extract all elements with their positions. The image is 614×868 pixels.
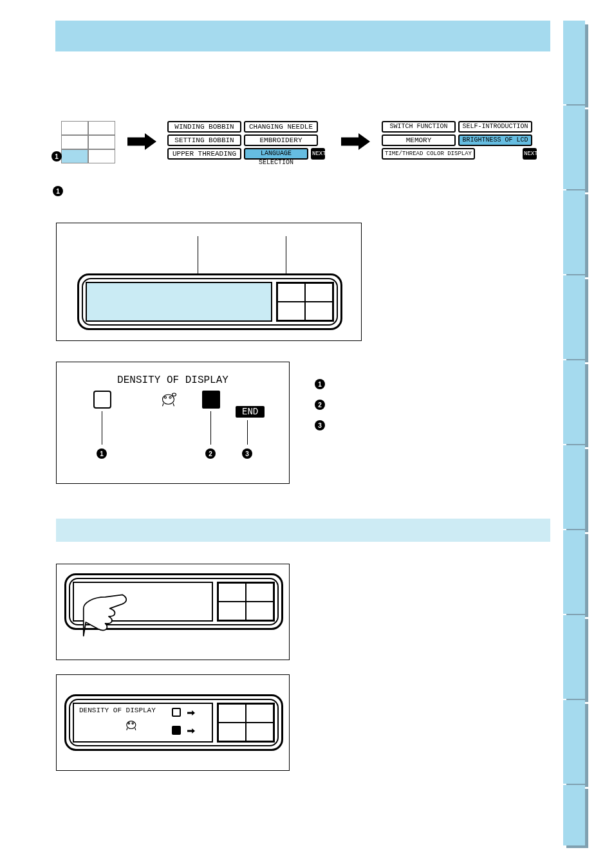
brightness-decrease-button[interactable] bbox=[172, 708, 181, 717]
leader-line bbox=[102, 411, 102, 445]
side-tab-6 bbox=[563, 445, 585, 529]
finger-icon bbox=[82, 591, 134, 636]
callout-bullet-1: 1 bbox=[97, 448, 107, 459]
brightness-increase-button[interactable] bbox=[202, 391, 220, 409]
side-tab-3 bbox=[563, 190, 585, 274]
lcd-device bbox=[77, 273, 342, 330]
figure-panel-1 bbox=[56, 223, 362, 341]
lcd-device: DENSITY OF DISPLAY bbox=[64, 694, 283, 751]
menu-item[interactable]: EMBROIDERY bbox=[244, 134, 318, 146]
leader-line bbox=[210, 411, 211, 445]
figure-panel-3 bbox=[56, 564, 290, 660]
callout-bullet-2: 2 bbox=[205, 448, 216, 459]
side-tab-4 bbox=[563, 275, 585, 359]
svg-point-2 bbox=[169, 396, 171, 398]
end-button[interactable]: END bbox=[236, 406, 265, 418]
side-tab-5 bbox=[563, 360, 585, 444]
lcd-screen[interactable] bbox=[86, 282, 272, 322]
section-header-bar bbox=[55, 21, 550, 51]
side-tab-10 bbox=[563, 785, 585, 845]
note-bullet-1: 1 bbox=[53, 186, 63, 196]
button-grid[interactable] bbox=[217, 703, 275, 743]
legend-bullet-1: 1 bbox=[315, 379, 325, 389]
density-title-small: DENSITY OF DISPLAY bbox=[79, 706, 156, 714]
menu-item[interactable]: SWITCH FUNCTION bbox=[382, 121, 456, 133]
side-tab-8 bbox=[563, 615, 585, 699]
menu-item[interactable]: MEMORY bbox=[382, 134, 456, 146]
keypad-icon bbox=[61, 121, 115, 165]
arrow-icon bbox=[341, 133, 370, 150]
subsection-header-bar bbox=[56, 519, 550, 542]
legend-bullet-3: 3 bbox=[315, 420, 325, 430]
leader-line bbox=[58, 156, 62, 157]
menu-item-selected[interactable]: BRIGHTNESS OF LCD bbox=[458, 134, 532, 146]
svg-point-6 bbox=[132, 723, 133, 724]
density-title: DENSITY OF DISPLAY bbox=[117, 374, 228, 386]
side-tab-7 bbox=[563, 530, 585, 614]
figure-panel-4: DENSITY OF DISPLAY bbox=[56, 674, 290, 771]
svg-point-4 bbox=[127, 721, 136, 729]
svg-point-1 bbox=[165, 396, 167, 398]
menu-item[interactable]: WINDING BOBBIN bbox=[167, 121, 241, 133]
next-button[interactable]: NEXT bbox=[523, 148, 537, 160]
brightness-increase-button[interactable] bbox=[172, 726, 181, 735]
next-button[interactable]: NEXT bbox=[311, 148, 325, 160]
hippo-icon bbox=[160, 391, 179, 407]
menu-item[interactable]: TIME/THREAD COLOR DISPLAY bbox=[382, 148, 475, 160]
menu-panel-2: SWITCH FUNCTION SELF-INTRODUCTION MEMORY… bbox=[382, 121, 543, 160]
side-tab-2 bbox=[563, 106, 585, 189]
arrow-icon bbox=[187, 710, 195, 716]
lcd-screen[interactable]: DENSITY OF DISPLAY bbox=[73, 703, 213, 743]
menu-item[interactable]: SELF-INTRODUCTION bbox=[458, 121, 532, 133]
svg-point-3 bbox=[172, 393, 176, 396]
svg-point-0 bbox=[163, 394, 174, 404]
menu-item[interactable]: CHANGING NEEDLE bbox=[244, 121, 318, 133]
menu-item-selected[interactable]: LANGUAGE SELECTION bbox=[244, 148, 308, 160]
button-grid[interactable] bbox=[217, 582, 275, 622]
brightness-decrease-button[interactable] bbox=[93, 391, 111, 409]
menu-item[interactable]: UPPER THREADING bbox=[167, 148, 241, 160]
arrow-icon bbox=[127, 133, 156, 150]
leader-line bbox=[247, 420, 248, 445]
arrow-icon bbox=[187, 728, 195, 734]
figure-panel-2: DENSITY OF DISPLAY END 1 2 3 bbox=[56, 362, 290, 484]
button-grid[interactable] bbox=[276, 282, 334, 322]
menu-item[interactable]: SETTING BOBBIN bbox=[167, 134, 241, 146]
svg-point-5 bbox=[128, 723, 129, 724]
side-tab-1 bbox=[563, 21, 585, 104]
menu-panel-1: WINDING BOBBIN CHANGING NEEDLE SETTING B… bbox=[167, 121, 328, 160]
side-tab-9 bbox=[563, 700, 585, 784]
callout-bullet-3: 3 bbox=[242, 448, 252, 459]
hippo-icon bbox=[124, 718, 140, 731]
legend-bullet-2: 2 bbox=[315, 400, 325, 410]
